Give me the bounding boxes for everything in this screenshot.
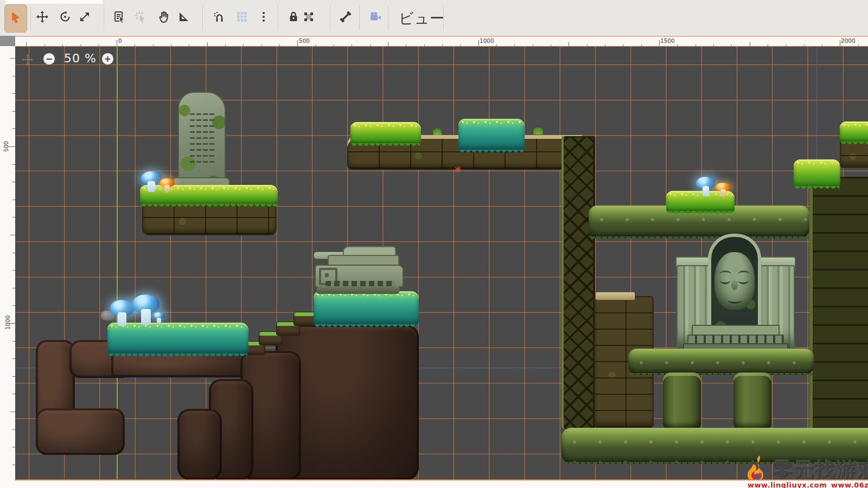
toolbar-separator — [278, 5, 278, 30]
object-orange-mushroom[interactable] — [716, 183, 731, 197]
object-blue-mushroom-small[interactable] — [153, 312, 165, 323]
tile-diamond-pillar[interactable] — [561, 136, 595, 429]
ruler-tick — [10, 412, 15, 412]
move-icon — [36, 10, 49, 25]
select-tool-button[interactable] — [4, 4, 27, 33]
select-list-tool-button[interactable] — [110, 7, 129, 29]
magnet-icon — [213, 10, 226, 25]
rotate-icon — [59, 10, 72, 25]
tile-teal-grass-ledge[interactable] — [314, 291, 419, 326]
camera-icon — [369, 10, 382, 25]
more-options-button[interactable] — [254, 7, 273, 29]
object-origin-marker[interactable] — [454, 165, 462, 173]
ruler-vertical[interactable]: 5001000 — [0, 46, 16, 488]
cursor-icon — [9, 11, 22, 26]
ruler-label: 1500 — [660, 37, 675, 44]
tile-teal-grass-cap[interactable] — [458, 119, 525, 151]
tile-lime-grass-ledge[interactable] — [840, 121, 868, 143]
object-orange-mushroom[interactable] — [159, 178, 175, 192]
tile-brown-rock-foot[interactable] — [36, 408, 125, 455]
ruler-label: 500 — [299, 37, 310, 44]
transform-anchor-icon — [302, 10, 315, 25]
measure-triangle-tool-button[interactable] — [175, 7, 193, 29]
magnet-snap-tool-button[interactable] — [210, 7, 228, 29]
pan-ghost-icon — [22, 54, 34, 68]
scale-icon — [78, 10, 91, 25]
ruler-corner-box — [0, 36, 15, 47]
grid-toggle-button[interactable] — [233, 7, 251, 29]
horizontal-scrollbar-track[interactable]: www.lingliuyx.com www.06zyx.com — [15, 479, 868, 488]
grid-icon — [235, 10, 248, 25]
statue-face — [714, 252, 755, 310]
ellipsis-icon — [257, 10, 270, 25]
ruler-label: 1000 — [4, 316, 11, 330]
object-plant-tuft[interactable] — [533, 127, 543, 134]
object-blue-mushroom[interactable] — [141, 171, 162, 192]
bone-tool-button[interactable] — [336, 7, 355, 29]
gravestone-inscription — [190, 113, 215, 165]
level-editor-canvas[interactable]: − 50 % + 零元找游戏 — [15, 46, 868, 480]
statue-mouth — [727, 297, 742, 304]
toolbar-separator — [388, 5, 388, 30]
statue-eye — [720, 277, 730, 284]
toolbar-top-strip — [5, 0, 103, 4]
ruler-tick — [10, 235, 15, 235]
tile-beige-cap[interactable] — [595, 292, 635, 300]
object-plant-tuft[interactable] — [433, 129, 442, 135]
toolbar-separator — [330, 5, 330, 30]
set-square-icon — [177, 10, 190, 25]
snap-cursor-icon — [134, 10, 147, 25]
object-stone-face-statue[interactable] — [675, 234, 794, 352]
toolbar-separator — [30, 5, 31, 30]
view-menu-button[interactable]: ビュー — [399, 8, 445, 29]
transform-anchor-tool-button[interactable] — [299, 7, 318, 29]
zoom-level-label: 50 % — [61, 52, 100, 65]
object-ruined-stone-tank[interactable] — [314, 246, 404, 296]
watermark-url-1: www.lingliuyx.com — [748, 481, 827, 488]
toolbar-separator — [104, 5, 104, 30]
ruler-label: 500 — [3, 141, 9, 152]
tile-lime-grass-cap[interactable] — [350, 122, 421, 145]
list-select-icon — [113, 10, 126, 25]
tile-mossy-pillar[interactable] — [733, 373, 771, 429]
ruler-bottom-corner — [0, 479, 15, 488]
watermark-title: 零元找游戏 — [773, 457, 868, 480]
ruler-horizontal[interactable]: 0500100015002000 — [15, 36, 868, 47]
lock-icon — [287, 10, 300, 25]
ruler-label: 0 — [118, 37, 122, 44]
object-blue-mushroom[interactable] — [696, 177, 716, 196]
ruler-tick — [10, 58, 15, 59]
zoom-out-button[interactable]: − — [43, 53, 55, 65]
camera-tool-button[interactable] — [366, 7, 385, 29]
zoom-in-button[interactable]: + — [102, 53, 113, 65]
tank-skirt — [317, 286, 399, 294]
snap-click-tool-button[interactable] — [131, 7, 150, 29]
ruler-label: 2000 — [841, 37, 856, 44]
move-tool-button[interactable] — [33, 7, 52, 29]
tile-teal-grass-ledge[interactable] — [107, 323, 248, 355]
tile-dark-column[interactable] — [809, 177, 868, 429]
toolbar: ビュー — [0, 0, 868, 36]
view-menu-label: ビュー — [399, 9, 445, 28]
bone-icon — [339, 10, 352, 25]
toolbar-separator — [359, 5, 360, 30]
tile-mossy-beam[interactable] — [628, 349, 814, 375]
tank-slots — [326, 281, 395, 286]
watermark: 零元找游戏 — [741, 452, 868, 480]
tile-dark-mass[interactable] — [177, 409, 222, 480]
statue-nose — [731, 280, 738, 290]
hand-icon — [157, 10, 170, 25]
tile-lime-grass-mound[interactable] — [794, 159, 840, 188]
tile-mossy-pillar[interactable] — [663, 373, 701, 429]
watermark-logo — [743, 454, 770, 480]
pan-hand-tool-button[interactable] — [155, 7, 173, 29]
object-mossy-gravestone[interactable] — [178, 92, 226, 192]
rotate-tool-button[interactable] — [56, 7, 74, 29]
toolbar-separator — [202, 5, 203, 30]
object-blue-mushroom[interactable] — [110, 300, 134, 326]
scale-tool-button[interactable] — [75, 7, 94, 29]
ruler-label: 1000 — [480, 37, 494, 44]
statue-eye — [738, 277, 749, 284]
watermark-url-2: www.06zyx.com — [831, 481, 868, 488]
toolbar-separator — [443, 5, 444, 30]
